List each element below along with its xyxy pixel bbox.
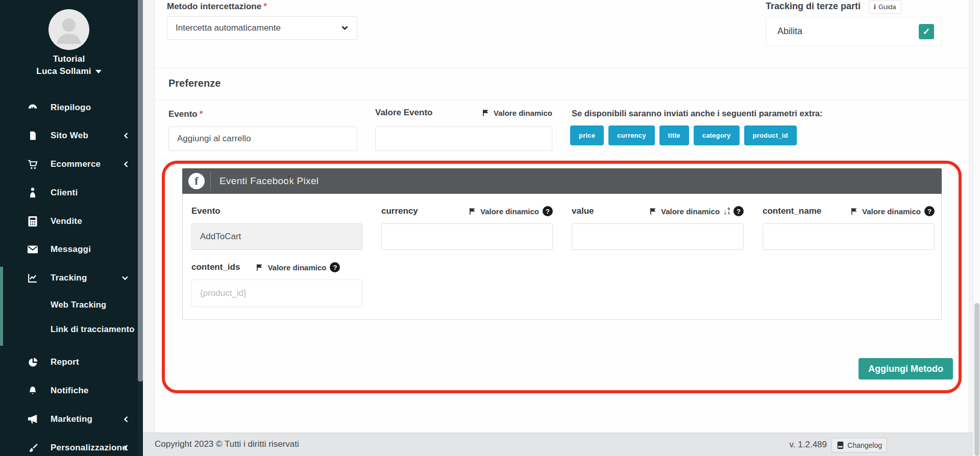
preferenze-title: Preferenze	[168, 78, 220, 89]
guida-button[interactable]: i Guida	[869, 0, 901, 14]
valore-dinamico-button[interactable]: Valore dinamico	[481, 109, 552, 117]
sidebar-scrollbar[interactable]	[138, 0, 143, 456]
sidebar-item-clienti[interactable]: Clienti	[0, 184, 138, 201]
dynamic-value-icon	[481, 109, 490, 117]
changelog-button[interactable]: Changelog	[831, 438, 887, 452]
metodo-intercettazione-select[interactable]: Intercetta automaticamente	[167, 16, 357, 40]
page-scrollbar[interactable]	[973, 0, 980, 456]
user-name: Luca Sollami	[36, 66, 91, 76]
chevron-left-icon	[123, 416, 129, 423]
section-divider	[155, 68, 969, 68]
evento-input[interactable]	[168, 126, 357, 151]
extra-params-badges: price currency title category product_id	[570, 125, 797, 145]
sidebar-item-sito-web[interactable]: Sito Web	[0, 127, 138, 144]
fb-currency-label: currency	[381, 206, 418, 216]
sidebar-item-messaggi[interactable]: Messaggi	[0, 241, 138, 258]
fb-currency-input[interactable]	[381, 223, 553, 250]
chevron-left-icon	[123, 132, 129, 139]
workspace-name: Tutorial	[0, 54, 138, 64]
calculator-icon	[27, 216, 38, 227]
header-separator	[210, 171, 211, 191]
gauge-icon	[27, 102, 38, 113]
help-icon[interactable]: ?	[543, 206, 553, 216]
abilita-checkbox[interactable]: ✓	[919, 24, 934, 39]
fb-content-name-input[interactable]	[763, 223, 935, 250]
megaphone-icon	[27, 414, 38, 425]
chart-line-icon	[27, 272, 38, 284]
brush-icon	[27, 442, 38, 453]
metodo-intercettazione-label: Metodo intercettazione*	[167, 2, 267, 12]
fb-evento-label: Evento	[191, 206, 220, 216]
help-icon[interactable]: ?	[733, 206, 744, 216]
evento-label: Evento*	[168, 109, 203, 119]
page-icon	[27, 130, 38, 141]
chevron-down-icon	[341, 23, 349, 33]
dynamic-value-icon	[850, 207, 859, 216]
param-badge: category	[694, 125, 740, 145]
fb-value-input[interactable]	[572, 223, 744, 250]
person-avatar-icon	[48, 9, 89, 50]
sidebar-item-report[interactable]: Report	[0, 353, 138, 371]
abilita-label: Abilita	[777, 26, 802, 37]
sidebar-item-ecommerce[interactable]: Ecommerce	[0, 156, 138, 173]
valore-evento-label: Valore Evento	[375, 108, 432, 118]
help-icon[interactable]: ?	[924, 206, 935, 216]
pie-chart-icon	[27, 357, 38, 368]
fb-content-ids-input[interactable]	[191, 280, 362, 307]
bell-icon	[27, 385, 38, 396]
copyright-text: Copyright 2023 © Tutti i diritti riserva…	[155, 439, 299, 449]
app-screen: Tutorial Luca Sollami Riepilogo Sito Web	[0, 0, 980, 456]
info-icon: i	[874, 3, 876, 11]
help-icon[interactable]: ?	[330, 262, 340, 272]
sidebar-subitem-link-di-tracciamento[interactable]: Link di tracciamento	[0, 320, 138, 338]
valore-dinamico-button[interactable]: Valore dinamico ↓ 91 ?	[649, 206, 744, 216]
version-text: v. 1.2.489	[790, 440, 827, 450]
param-badge: product_id	[744, 125, 797, 145]
param-badge: currency	[608, 125, 655, 145]
user-menu[interactable]: Luca Sollami	[0, 66, 138, 77]
valore-evento-input[interactable]	[375, 126, 552, 151]
mail-icon	[27, 244, 38, 255]
valore-dinamico-button[interactable]: Valore dinamico ?	[255, 262, 340, 272]
user-icon	[27, 187, 38, 198]
sidebar-subitem-web-tracking[interactable]: Web Tracking	[0, 296, 138, 313]
fb-content-name-label: content_name	[763, 206, 821, 216]
fb-evento-input	[191, 223, 362, 250]
required-mark: *	[263, 2, 267, 11]
footer: Copyright 2023 © Tutti i diritti riserva…	[143, 433, 980, 456]
fb-content-ids-label: content_ids	[191, 262, 240, 272]
sidebar-item-tracking[interactable]: Tracking	[0, 269, 138, 287]
caret-down-icon	[95, 70, 102, 73]
facebook-icon: f	[188, 173, 205, 189]
param-badge: price	[570, 125, 604, 145]
valore-dinamico-button[interactable]: Valore dinamico ?	[468, 206, 553, 216]
cart-icon	[27, 159, 38, 170]
dynamic-value-icon	[468, 207, 477, 216]
terze-parti-label: Tracking di terze parti	[766, 1, 861, 12]
dynamic-value-icon	[255, 263, 264, 272]
valore-dinamico-button[interactable]: Valore dinamico ?	[850, 206, 935, 216]
avatar[interactable]	[48, 9, 89, 50]
sort-numeric-icon[interactable]: ↓ 91	[723, 207, 730, 216]
metodo-selected-value: Intercetta automaticamente	[176, 23, 281, 33]
sidebar-item-notifiche[interactable]: Notifiche	[0, 382, 138, 399]
required-mark: *	[200, 109, 203, 119]
extra-params-note: Se disponibili saranno inviati anche i s…	[572, 109, 822, 118]
sidebar-item-personalizzazione[interactable]: Personalizzazione	[0, 439, 138, 456]
sidebar-item-marketing[interactable]: Marketing	[0, 411, 138, 428]
sidebar-scrollbar-thumb[interactable]	[138, 0, 143, 382]
section-divider	[155, 99, 969, 100]
check-icon: ✓	[922, 26, 930, 37]
abilita-row: Abilita ✓	[766, 17, 942, 46]
page-scrollbar-thumb[interactable]	[974, 303, 979, 456]
chevron-left-icon	[123, 444, 129, 451]
fb-value-label: value	[572, 206, 594, 216]
aggiungi-metodo-button[interactable]: Aggiungi Metodo	[859, 358, 953, 379]
book-icon	[837, 441, 844, 449]
facebook-panel-header: f Eventi Facebook Pixel	[182, 168, 942, 194]
facebook-panel-title: Eventi Facebook Pixel	[219, 175, 318, 187]
sidebar-item-vendite[interactable]: Vendite	[0, 213, 138, 230]
sidebar-item-riepilogo[interactable]: Riepilogo	[0, 99, 138, 116]
param-badge: title	[659, 125, 689, 145]
chevron-left-icon	[123, 161, 129, 168]
